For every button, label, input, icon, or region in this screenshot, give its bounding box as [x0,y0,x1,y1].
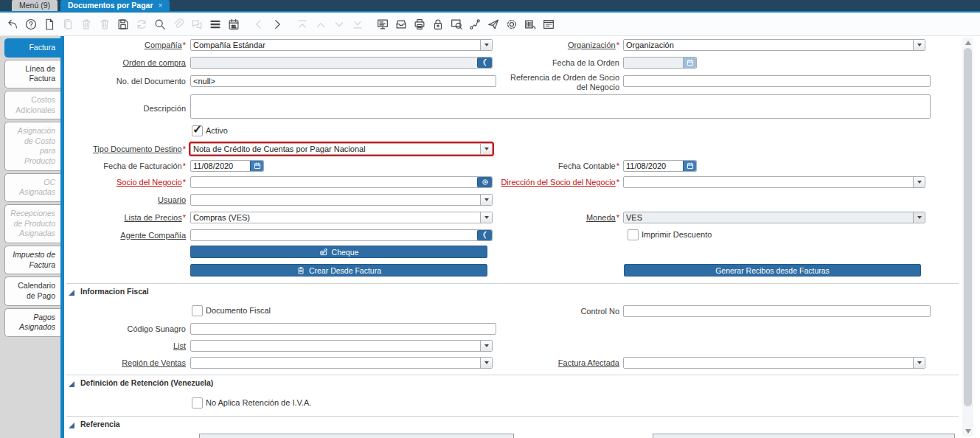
tipo-documento-dropdown-arrow-icon[interactable] [480,144,492,154]
generar-recibos-label: Generar Recibos desde Facturas [715,266,830,275]
zoom-across-icon[interactable] [449,17,464,32]
control-no-input[interactable] [623,305,931,317]
section-referencia[interactable]: Referencia [69,420,120,428]
save-icon[interactable] [116,17,131,32]
collapse-triangle-icon [69,423,74,428]
sidebar-tab-linea-de-factura[interactable]: Línea de Factura [4,60,60,88]
sidebar-tab-pagos-asignados[interactable]: Pagos Asignados [4,308,60,337]
organizacion-select[interactable] [623,39,925,51]
compania-label: Compañía* [66,41,186,50]
grid-toggle-icon[interactable] [208,17,223,32]
orden-compra-search-icon[interactable] [477,58,492,68]
chat-icon [190,17,204,32]
print-icon[interactable] [412,17,427,32]
socio-negocio-field[interactable] [190,176,493,188]
requests-icon[interactable] [486,17,501,32]
generar-recibos-button[interactable]: Generar Recibos desde Facturas [624,264,921,277]
factura-afectada-label: Factura Afectada [499,358,619,368]
delete-selection-icon [97,17,112,32]
scroll-up-icon[interactable] [965,41,971,45]
direccion-socio-label: Dirección del Socio del Negocio* [499,178,619,187]
scroll-down-icon[interactable] [965,429,971,434]
no-aplica-retencion-checkbox[interactable] [192,397,203,409]
tab-documentos-por-pagar[interactable]: Documentos por Pagar × [60,0,170,11]
calendar-icon[interactable] [226,17,241,32]
imprimir-descuento-checkbox[interactable] [628,229,639,240]
copy-record-icon [60,17,75,32]
direccion-dropdown-arrow-icon[interactable] [913,177,925,187]
fecha-facturacion-field[interactable] [190,160,264,172]
region-ventas-select[interactable] [190,357,493,369]
lock-icon[interactable] [431,17,445,32]
fecha-contable-calendar-icon[interactable] [683,161,696,171]
report-icon[interactable] [375,17,390,32]
activo-checkbox[interactable] [192,125,203,136]
cheque-button[interactable]: Cheque [190,246,487,258]
tipo-documento-destino-label: Tipo Documento Destino* [66,145,186,154]
imprimir-descuento-label: Imprimir Descuento [642,230,712,239]
usuario-select[interactable] [190,194,493,206]
sidebar-tab-calendario-de-pago[interactable]: Calendario de Pago [4,277,60,305]
lista-precios-dropdown-arrow-icon[interactable] [480,212,492,223]
help-window-icon[interactable] [541,17,556,32]
cheque-button-label: Cheque [332,248,359,257]
product-info-icon[interactable] [523,17,538,32]
find-icon[interactable] [153,17,167,32]
section-definicion-retencion[interactable]: Definición de Retención (Venezuela) [69,378,213,387]
last-record-icon [350,17,365,32]
next-record-icon[interactable] [270,17,285,32]
descripcion-textarea[interactable] [190,94,931,119]
definicion-retencion-title: Definición de Retención (Venezuela) [80,378,213,387]
workflow-icon[interactable] [468,17,482,32]
usuario-dropdown-arrow-icon[interactable] [480,195,492,205]
documento-fiscal-checkbox[interactable] [192,305,203,316]
moneda-select [623,212,925,223]
list-dropdown-arrow-icon[interactable] [480,341,492,351]
no-documento-input[interactable] [190,75,496,87]
sidebar-tab-costos-adicionales: Costos Adicionales [4,91,60,119]
tipo-documento-destino-select[interactable] [190,143,493,155]
undo-icon[interactable] [5,17,20,32]
section-informacion-fiscal[interactable]: Informacion Fiscal [69,287,149,296]
detail-record-icon [332,17,347,32]
region-ventas-dropdown-arrow-icon[interactable] [480,358,492,368]
help-icon[interactable] [24,17,38,32]
vertical-scrollbar[interactable] [962,38,973,437]
sidebar-tab-impuesto-de-factura[interactable]: Impuesto de Factura [4,246,60,274]
crear-desde-factura-button[interactable]: Crear Desde Factura [190,264,487,277]
compania-select[interactable] [190,39,493,51]
new-record-icon[interactable] [42,17,57,32]
scrollbar-thumb[interactable] [964,48,972,406]
agente-compania-search-icon[interactable] [477,230,492,240]
codigo-sunagro-input[interactable] [190,323,496,335]
moneda-label: Moneda* [499,213,619,223]
informacion-fiscal-title: Informacion Fiscal [80,287,149,296]
sidebar-tab-factura[interactable]: Factura [4,38,60,58]
orden-compra-field[interactable] [190,57,493,69]
close-tab-icon[interactable]: × [159,0,163,11]
section-divider [66,416,959,417]
fecha-orden-label: Fecha de la Orden [499,58,619,68]
lista-precios-select[interactable] [190,212,493,223]
fecha-facturacion-calendar-icon[interactable] [250,161,263,171]
referencia-orden-label: Referencia de Orden de Socio del Negocio [499,73,619,92]
tab-menu[interactable]: Menú (9) [12,0,58,11]
crear-desde-factura-label: Crear Desde Factura [309,266,381,275]
list-select[interactable] [190,340,493,352]
control-no-label: Control No [499,307,619,316]
compania-dropdown-arrow-icon[interactable] [480,40,492,50]
agente-compania-field[interactable] [190,229,493,241]
create-from-invoice-icon [296,266,305,275]
organizacion-dropdown-arrow-icon[interactable] [913,40,925,50]
factura-afectada-dropdown-arrow-icon[interactable] [913,358,925,368]
socio-negocio-record-icon[interactable] [477,177,492,187]
fecha-contable-field[interactable] [623,160,697,172]
preferences-icon[interactable] [504,17,519,32]
referencia-orden-input[interactable] [623,75,931,87]
factura-afectada-select[interactable] [623,357,925,369]
lista-precios-label: Lista de Precios* [66,213,186,223]
archive-icon[interactable] [394,17,409,32]
direccion-socio-select[interactable] [623,176,925,188]
orden-compra-label: Orden de compra [66,58,186,68]
collapse-triangle-icon [69,290,74,296]
